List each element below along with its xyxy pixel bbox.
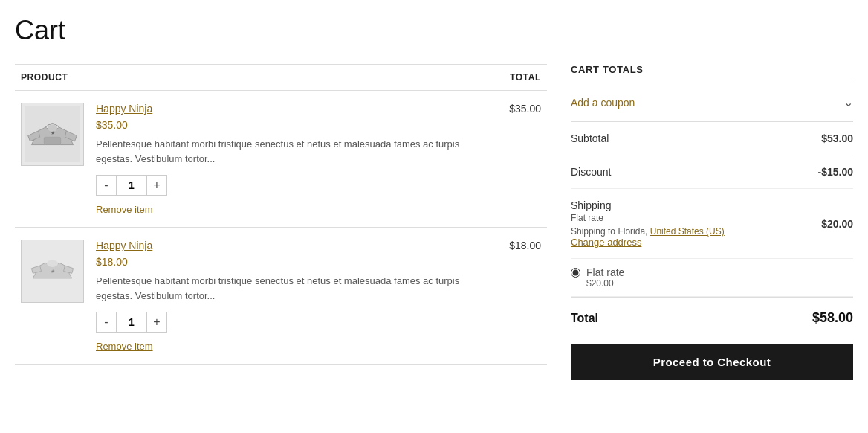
flat-rate-name: Flat rate [586,266,624,278]
product-cell: ★ Happy Ninja $18.00 Pellentesque habita… [15,228,503,365]
product-col-header: PRODUCT [15,65,503,91]
flat-rate-price: $20.00 [586,278,624,289]
subtotal-row: Subtotal $53.00 [571,122,853,155]
svg-rect-2 [44,137,61,144]
product-image-1: ★ [21,240,84,303]
total-row: Total $58.00 [571,297,853,338]
shipping-address: Shipping to Florida, United States (US) … [571,226,800,248]
qty-decrease-0[interactable]: - [96,175,117,196]
change-address-link[interactable]: Change address [571,237,641,248]
remove-item-button-1[interactable]: Remove item [96,341,153,352]
line-total-0: $35.00 [503,91,547,228]
product-unit-price-1: $18.00 [96,256,497,268]
product-name-link-1[interactable]: Happy Ninja [96,240,497,251]
coupon-label: Add a coupon [571,97,635,109]
total-col-header: TOTAL [503,65,547,91]
subtotal-value: $53.00 [800,122,853,155]
product-image-0: ★ [21,103,84,166]
line-total-1: $18.00 [503,228,547,365]
page-title: Cart [15,15,853,46]
shipping-label: Shipping Flat rate Shipping to Florida, … [571,189,800,259]
page-wrapper: Cart PRODUCT TOTAL [0,0,868,433]
shipping-country-link[interactable]: United States (US) [650,226,725,237]
qty-stepper-1: - + [96,312,497,333]
svg-text:★: ★ [51,130,55,135]
total-label: Total [571,312,598,325]
product-name-link-0[interactable]: Happy Ninja [96,103,497,115]
remove-item-button-0[interactable]: Remove item [96,204,153,215]
shipping-method: Flat rate [571,213,800,223]
discount-row: Discount -$15.00 [571,155,853,189]
totals-table: Subtotal $53.00 Discount -$15.00 Shippin… [571,122,853,259]
qty-decrease-1[interactable]: - [96,312,117,333]
flat-rate-option: Flat rate $20.00 [571,259,853,297]
product-description-0: Pellentesque habitant morbi tristique se… [96,137,497,166]
product-info-1: Happy Ninja $18.00 Pellentesque habitant… [96,240,497,352]
chevron-down-icon: ⌄ [843,95,853,109]
qty-increase-0[interactable]: + [146,175,167,196]
qty-input-1[interactable] [117,312,146,333]
cart-item-row: ★ Happy Ninja $35.00 Pellentesque habita… [15,91,547,228]
subtotal-label: Subtotal [571,122,800,155]
cart-item-row: ★ Happy Ninja $18.00 Pellentesque habita… [15,228,547,365]
flat-rate-radio[interactable] [571,268,580,278]
shipping-value: $20.00 [800,189,853,259]
checkout-button[interactable]: Proceed to Checkout [571,344,853,380]
qty-increase-1[interactable]: + [146,312,167,333]
discount-label: Discount [571,155,800,189]
product-unit-price-0: $35.00 [96,119,497,131]
cart-totals-panel: CART TOTALS Add a coupon ⌄ Subtotal $53.… [571,64,853,380]
cart-left: PRODUCT TOTAL [15,64,547,365]
discount-value: -$15.00 [800,155,853,189]
flat-rate-info: Flat rate $20.00 [586,266,624,289]
total-amount: $58.00 [812,310,853,326]
cart-layout: PRODUCT TOTAL [15,64,853,380]
product-info-0: Happy Ninja $35.00 Pellentesque habitant… [96,103,497,215]
qty-stepper-0: - + [96,175,497,196]
qty-input-0[interactable] [117,175,146,196]
product-description-1: Pellentesque habitant morbi tristique se… [96,274,497,303]
svg-point-5 [47,260,58,267]
svg-text:★: ★ [51,269,55,274]
product-cell: ★ Happy Ninja $35.00 Pellentesque habita… [15,91,503,228]
cart-totals-header: CART TOTALS [571,64,853,83]
shipping-row: Shipping Flat rate Shipping to Florida, … [571,189,853,259]
cart-table: PRODUCT TOTAL [15,64,547,365]
add-coupon-row[interactable]: Add a coupon ⌄ [571,83,853,122]
